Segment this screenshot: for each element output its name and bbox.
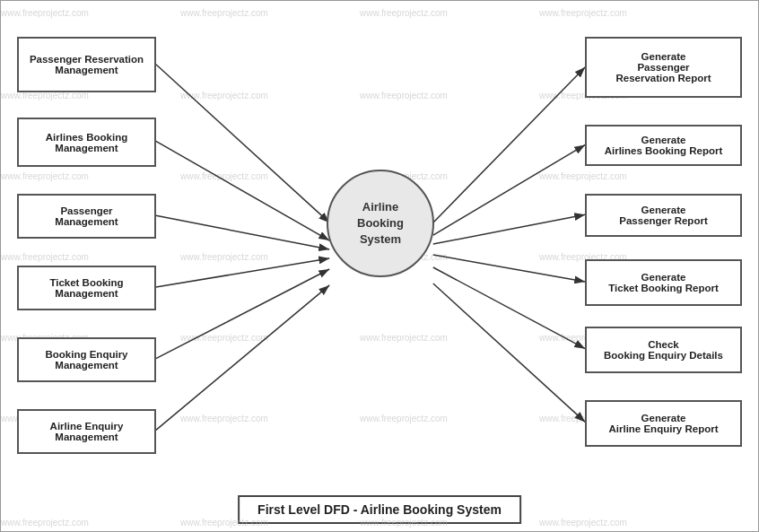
watermark-2: www.freeprojectz.com <box>180 8 268 18</box>
box-abm-label: Airlines Booking Management <box>46 132 127 153</box>
svg-line-2 <box>156 141 329 240</box>
box-gprr-label: Generate Passenger Reservation Report <box>615 51 711 83</box>
svg-line-6 <box>156 285 329 430</box>
box-bem-label: Booking Enquiry Management <box>46 349 128 371</box>
box-check-booking-enquiry-details: Check Booking Enquiry Details <box>585 327 742 373</box>
box-tbm-label: Ticket Booking Management <box>49 277 123 299</box>
watermark-13: www.freeprojectz.com <box>1 252 89 262</box>
box-pm-label: Passenger Management <box>55 205 118 227</box>
watermark-3: www.freeprojectz.com <box>360 8 448 18</box>
box-airlines-booking-management: Airlines Booking Management <box>17 118 156 167</box>
watermark-b1: www.freeprojectz.com <box>1 518 89 528</box>
svg-line-5 <box>156 269 329 359</box>
box-booking-enquiry-management: Booking Enquiry Management <box>17 337 156 382</box>
svg-line-11 <box>433 267 585 349</box>
bottom-label: First Level DFD - Airline Booking System <box>238 495 521 524</box>
box-passenger-reservation-management: Passenger Reservation Management <box>17 37 156 92</box>
watermark-9: www.freeprojectz.com <box>1 171 89 181</box>
center-circle: Airline Booking System <box>327 170 434 277</box>
watermark-19: www.freeprojectz.com <box>360 333 448 343</box>
watermark-b4: www.freeprojectz.com <box>539 518 627 528</box>
box-aem-label: Airline Enquiry Management <box>50 421 124 442</box>
watermark-1: www.freeprojectz.com <box>1 8 89 18</box>
watermark-22: www.freeprojectz.com <box>180 414 268 423</box>
watermark-6: www.freeprojectz.com <box>180 91 268 100</box>
main-container: www.freeprojectz.com www.freeprojectz.co… <box>0 0 759 532</box>
box-gaer-label: Generate Airline Enquiry Report <box>608 413 718 434</box>
box-ticket-booking-management: Ticket Booking Management <box>17 266 156 310</box>
box-generate-ticket-booking-report: Generate Ticket Booking Report <box>585 259 742 306</box>
box-generate-airlines-booking-report: Generate Airlines Booking Report <box>585 125 742 166</box>
watermark-12: www.freeprojectz.com <box>539 171 627 181</box>
box-gtbr-label: Generate Ticket Booking Report <box>608 272 718 293</box>
box-airline-enquiry-management: Airline Enquiry Management <box>17 409 156 454</box>
svg-line-9 <box>433 214 585 244</box>
watermark-4: www.freeprojectz.com <box>539 8 627 18</box>
bottom-label-text: First Level DFD - Airline Booking System <box>257 502 502 517</box>
svg-line-7 <box>433 67 585 222</box>
svg-line-8 <box>433 144 585 235</box>
watermark-7: www.freeprojectz.com <box>360 91 448 100</box>
svg-line-1 <box>156 65 329 222</box>
center-circle-label: Airline Booking System <box>357 199 404 249</box>
watermark-18: www.freeprojectz.com <box>180 333 268 343</box>
svg-line-10 <box>433 255 585 282</box>
box-generate-passenger-reservation-report: Generate Passenger Reservation Report <box>585 37 742 98</box>
box-cbed-label: Check Booking Enquiry Details <box>604 339 723 361</box>
box-gabr-label: Generate Airlines Booking Report <box>605 135 723 156</box>
svg-line-12 <box>433 283 585 422</box>
box-gpr-label: Generate Passenger Report <box>619 205 707 226</box>
watermark-14: www.freeprojectz.com <box>180 252 268 262</box>
box-generate-airline-enquiry-report: Generate Airline Enquiry Report <box>585 400 742 447</box>
watermark-23: www.freeprojectz.com <box>360 414 448 423</box>
svg-line-4 <box>156 258 329 287</box>
box-prm-label: Passenger Reservation Management <box>30 54 144 75</box>
box-generate-passenger-report: Generate Passenger Report <box>585 194 742 237</box>
svg-line-3 <box>156 215 329 249</box>
watermark-10: www.freeprojectz.com <box>180 171 268 181</box>
box-passenger-management: Passenger Management <box>17 194 156 239</box>
